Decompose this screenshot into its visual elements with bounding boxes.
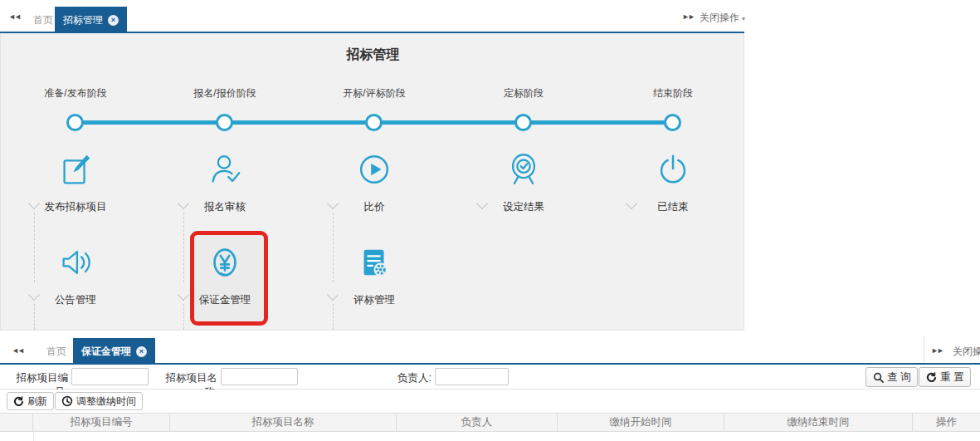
- close-operations-dropdown[interactable]: 关闭操作: [953, 345, 980, 359]
- refresh-button-label: 刷新: [27, 394, 47, 409]
- adjust-payment-time-button[interactable]: 调整缴纳时间: [55, 392, 143, 410]
- flow-item-signup-review[interactable]: 报名审核: [150, 149, 300, 214]
- flow-item-publish-project[interactable]: 发布招标项目: [1, 149, 150, 214]
- screen: ◄◄ 首页 招标管理 × ►► 关闭操作▾ 招标管理 准备/发布阶段 报名/报价…: [0, 0, 980, 441]
- query-button-label: 查 询: [887, 370, 910, 385]
- doc-gear-icon: [300, 243, 449, 282]
- scroll-tabs-right-icon[interactable]: ►►: [931, 346, 943, 355]
- project-name-input[interactable]: [221, 368, 298, 385]
- table-header-select: [0, 414, 33, 431]
- flow-item-label: 发布招标项目: [1, 200, 150, 214]
- flow-item-evaluation-management[interactable]: 评标管理: [300, 243, 449, 307]
- page-title: 招标管理: [1, 47, 745, 64]
- stage-label-signup: 报名/报价阶段: [150, 86, 300, 100]
- flow-connector: [333, 304, 334, 330]
- stage-label-finish: 结束阶段: [598, 86, 748, 100]
- stage-label-prepare: 准备/发布阶段: [1, 86, 150, 100]
- table-header-actions: 操作: [913, 414, 980, 431]
- edit-icon: [1, 149, 150, 189]
- timeline-node: [664, 114, 681, 131]
- scroll-tabs-left-icon[interactable]: ◄◄: [8, 12, 20, 21]
- bottom-tabbar: ◄◄ 首页 保证金管理 × ►► 关闭操作: [0, 336, 980, 365]
- table-header-row: 招标项目编号 招标项目名称 负责人 缴纳开始时间 缴纳结束时间 操作: [0, 413, 980, 432]
- close-operations-label: 关闭操作: [700, 12, 739, 23]
- project-code-input[interactable]: [71, 368, 149, 385]
- close-operations-label: 关闭操作: [953, 345, 980, 357]
- yuan-coin-icon: [150, 243, 300, 282]
- flow-item-ended[interactable]: 已结束: [598, 149, 748, 214]
- query-button[interactable]: 查 询: [865, 367, 918, 387]
- table-header-pay-start: 缴纳开始时间: [558, 414, 724, 431]
- flow-connector: [34, 304, 35, 330]
- tab-label: 招标管理: [63, 13, 103, 27]
- timeline-node: [66, 114, 84, 131]
- reset-button-label: 重 置: [940, 370, 963, 385]
- flow-item-label: 保证金管理: [150, 293, 300, 307]
- scroll-tabs-left-icon[interactable]: ◄◄: [12, 346, 23, 355]
- flow-item-announcement-management[interactable]: 公告管理: [1, 243, 150, 307]
- timeline-node: [514, 114, 532, 131]
- scroll-tabs-right-icon[interactable]: ►►: [682, 12, 694, 21]
- search-icon: [873, 372, 884, 383]
- bidding-flow-panel: 招标管理 准备/发布阶段 报名/报价阶段 开标/评标阶段 定标阶段 结束阶段: [0, 33, 744, 331]
- speaker-icon: [1, 243, 150, 282]
- table-body-divider: [33, 432, 34, 441]
- table-header-project-name: 招标项目名称: [170, 414, 397, 431]
- flow-item-label: 报名审核: [150, 200, 300, 214]
- table-header-pay-end: 缴纳结束时间: [724, 414, 913, 431]
- flow-item-label: 设定结果: [449, 200, 598, 214]
- timeline-node: [365, 114, 383, 131]
- refresh-icon: [13, 396, 24, 407]
- flow-item-label: 已结束: [598, 200, 748, 214]
- flow-item-label: 评标管理: [300, 293, 449, 307]
- timeline-node: [216, 114, 233, 131]
- reset-button[interactable]: 重 置: [919, 367, 971, 387]
- tab-deposit-management[interactable]: 保证金管理 ×: [73, 338, 155, 365]
- owner-label: 负责人:: [387, 371, 431, 385]
- search-filter-bar: 招标项目编号: 招标项目名称: 负责人: 查 询 重 置: [0, 365, 980, 390]
- table-header-project-code: 招标项目编号: [33, 414, 170, 431]
- tabbar-divider: [924, 336, 924, 363]
- flow-connector: [183, 304, 184, 330]
- refresh-button[interactable]: 刷新: [7, 392, 54, 410]
- flow-item-price-compare[interactable]: 比价: [300, 149, 449, 214]
- stage-label-open: 开标/评标阶段: [300, 86, 449, 100]
- reset-icon: [926, 372, 937, 383]
- table-header-owner: 负责人: [397, 414, 558, 431]
- top-tabbar: ◄◄ 首页 招标管理 × ►► 关闭操作▾: [0, 0, 744, 33]
- tab-label: 首页: [33, 13, 53, 27]
- flow-item-set-result[interactable]: 设定结果: [449, 149, 598, 214]
- play-circle-icon: [300, 149, 449, 189]
- stage-label-award: 定标阶段: [449, 86, 598, 100]
- adjust-payment-time-label: 调整缴纳时间: [76, 394, 136, 409]
- tab-home-bottom[interactable]: 首页: [37, 338, 76, 365]
- flow-item-label: 比价: [300, 200, 449, 214]
- tab-label: 保证金管理: [81, 345, 131, 359]
- clock-icon: [61, 395, 73, 407]
- medal-check-icon: [449, 149, 598, 189]
- power-icon: [598, 149, 748, 189]
- flow-item-label: 公告管理: [1, 293, 150, 307]
- user-check-icon: [150, 149, 300, 189]
- close-tab-icon[interactable]: ×: [108, 15, 119, 26]
- tab-label: 首页: [46, 345, 66, 359]
- grid-toolbar: 刷新 调整缴纳时间: [0, 390, 980, 413]
- owner-input[interactable]: [435, 368, 509, 385]
- flow-item-deposit-management[interactable]: 保证金管理: [150, 243, 300, 307]
- close-operations-dropdown[interactable]: 关闭操作▾: [700, 11, 745, 25]
- tab-bidding-management[interactable]: 招标管理 ×: [55, 7, 127, 33]
- chevron-down-icon: ▾: [742, 15, 745, 22]
- close-tab-icon[interactable]: ×: [136, 346, 147, 357]
